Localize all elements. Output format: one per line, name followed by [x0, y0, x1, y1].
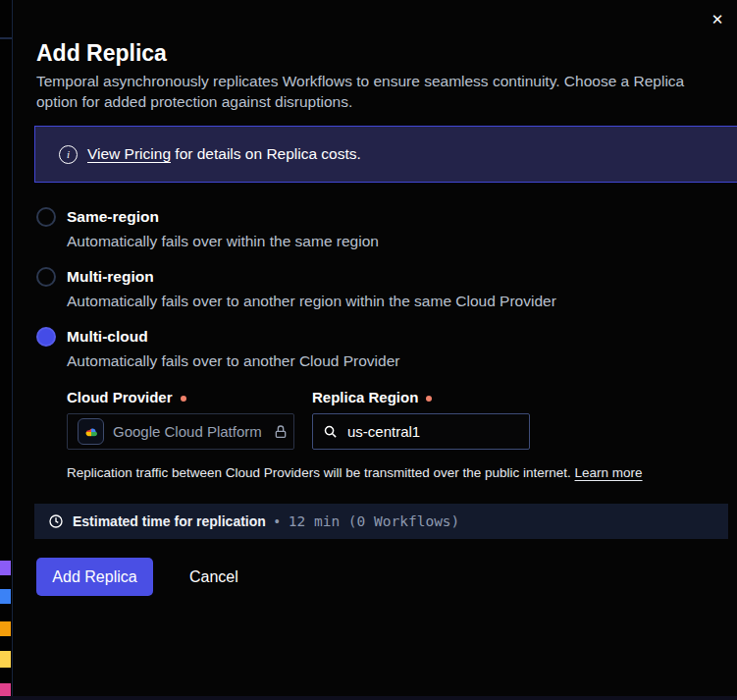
pricing-banner-rest: for details on Replica costs. [171, 145, 361, 162]
search-icon [323, 424, 338, 439]
radio-label-multi-cloud[interactable]: Multi-cloud [67, 328, 148, 346]
google-cloud-icon [78, 418, 104, 445]
estimate-value: 12 min (0 Workflows) [289, 513, 460, 529]
background-color-chip [0, 561, 11, 575]
estimate-separator: • [275, 513, 280, 529]
pricing-banner-text: View Pricing for details on Replica cost… [87, 145, 361, 163]
cloud-provider-value: Google Cloud Platform [113, 423, 262, 440]
radio-description-same-region: Automatically fails over within the same… [67, 233, 379, 250]
replica-region-input[interactable] [345, 422, 519, 441]
background-color-chip [0, 651, 11, 668]
clock-icon [48, 513, 64, 529]
cloud-provider-field: Google Cloud Platform [67, 413, 294, 450]
modal-description: Temporal asynchronously replicates Workf… [36, 71, 715, 112]
estimate-label: Estimated time for replication [73, 513, 266, 529]
cloud-provider-label-text: Cloud Provider [67, 389, 173, 405]
radio-multi-region[interactable] [36, 267, 56, 287]
radio-label-multi-region[interactable]: Multi-region [67, 268, 154, 286]
add-replica-button[interactable]: Add Replica [36, 558, 153, 596]
replica-region-label-text: Replica Region [312, 389, 418, 405]
modal-title: Add Replica [36, 40, 167, 67]
required-dot [181, 396, 186, 402]
radio-description-multi-region: Automatically fails over to another regi… [67, 293, 556, 310]
close-icon[interactable]: ✕ [706, 8, 729, 31]
background-bottom-edge [0, 696, 737, 700]
view-pricing-link[interactable]: View Pricing [87, 145, 171, 162]
cloud-provider-label: Cloud Provider [67, 389, 186, 405]
background-color-chip [0, 589, 11, 604]
radio-label-same-region[interactable]: Same-region [67, 208, 159, 226]
replica-region-field[interactable] [312, 413, 530, 450]
radio-multi-cloud[interactable] [36, 327, 56, 347]
lock-icon [273, 424, 289, 440]
note-text: Replication traffic between Cloud Provid… [67, 465, 575, 480]
info-icon: i [59, 145, 78, 164]
estimated-time-banner: Estimated time for replication • 12 min … [34, 504, 728, 539]
public-internet-note: Replication traffic between Cloud Provid… [67, 465, 643, 480]
radio-description-multi-cloud: Automatically fails over to another Clou… [67, 352, 399, 370]
required-dot [426, 396, 432, 402]
replica-region-label: Replica Region [312, 389, 432, 405]
radio-same-region[interactable] [36, 207, 56, 227]
background-color-chip [0, 621, 11, 636]
add-replica-modal: ✕ Add Replica Temporal asynchronously re… [13, 0, 737, 700]
cancel-button[interactable]: Cancel [178, 558, 250, 596]
pricing-info-banner: i View Pricing for details on Replica co… [34, 126, 737, 183]
learn-more-link[interactable]: Learn more [575, 465, 643, 480]
